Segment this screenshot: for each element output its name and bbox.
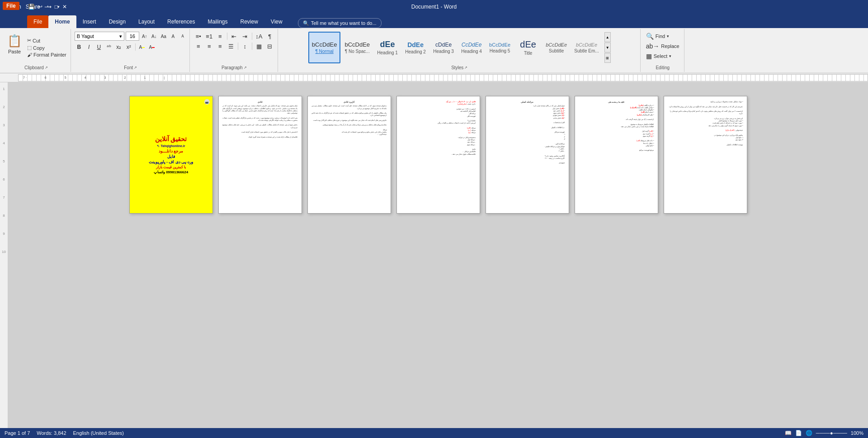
page-7[interactable]: • مواد تشکیل دهنده محصولات وزارتی و نتای… (664, 96, 747, 214)
font-size-dropdown[interactable]: 16 (126, 32, 139, 41)
status-bar: Page 1 of 7 Words: 3,842 English (United… (0, 428, 868, 438)
styles-expand-icon[interactable]: ↗ (464, 66, 467, 70)
paragraph-expand-icon[interactable]: ↗ (244, 66, 247, 70)
find-icon: 🔍 (646, 33, 654, 40)
style-subtitle[interactable]: bCcDdEe Subtitle (542, 32, 570, 63)
cut-button[interactable]: ✂ Cut (26, 37, 68, 44)
style-heading4[interactable]: CcDdEe Heading 4 (458, 32, 485, 63)
customize-quick-btn[interactable]: ▾ (54, 3, 62, 11)
divider (252, 43, 252, 50)
page-3[interactable]: کاربرد قادی محتوای صفحه سوم که در ادامه … (307, 96, 391, 214)
show-marks-btn[interactable]: ¶ (265, 32, 275, 41)
shading-btn[interactable]: ▦ (254, 42, 264, 51)
text-highlight-btn[interactable]: A▬ (137, 43, 146, 52)
multilevel-btn[interactable]: ≡ (215, 32, 225, 41)
font-size-increase-btn[interactable]: A↑ (141, 32, 149, 40)
style-heading5[interactable]: bCcDdEe Heading 5 (486, 32, 514, 63)
justify-btn[interactable]: ☰ (226, 42, 236, 51)
align-left-btn[interactable]: ≡ (193, 42, 203, 51)
font-expand-icon[interactable]: ↗ (134, 66, 137, 70)
tab-home[interactable]: Home (48, 15, 76, 28)
tell-me-box[interactable]: 🔍 Tell me what you want to do... (298, 18, 382, 28)
ad-subtitle: مرجع دانلـــود (159, 149, 184, 153)
file-button[interactable]: File (3, 2, 19, 10)
clipboard-group: 📋 Paste ✂ Cut ⬚ Copy 🖌 Format Painter (2, 29, 71, 72)
change-case-btn[interactable]: Aa (160, 32, 168, 40)
copy-button[interactable]: ⬚ Copy (26, 44, 68, 51)
style-heading3[interactable]: cDdEe Heading 3 (430, 32, 457, 63)
text-effects-btn[interactable]: A (169, 32, 177, 40)
tab-design[interactable]: Design (103, 15, 132, 28)
paste-icon: 📋 (7, 33, 22, 49)
decrease-indent-btn[interactable]: ⇤ (229, 32, 239, 41)
page-1-content: 📷 تحقیق آنلاین Tahqighonline.ir ↖ مرجع د… (130, 96, 212, 213)
language-indicator: English (United States) (73, 430, 124, 436)
tell-me-text: Tell me what you want to do... (311, 20, 377, 26)
line-spacing-btn[interactable]: ↕ (240, 42, 250, 51)
zoom-slider[interactable]: ────●──── (816, 430, 847, 436)
save-quick-btn[interactable]: 💾 (27, 3, 35, 11)
bullets-btn[interactable]: ≡• (193, 32, 203, 41)
page-2[interactable]: قادی تمام محتوی متن صفحه دوم که شامل متن… (218, 96, 302, 214)
page-1[interactable]: 📷 تحقیق آنلاین Tahqighonline.ir ↖ مرجع د… (129, 96, 213, 214)
clear-formatting-btn[interactable]: Ａ (179, 32, 187, 40)
editing-label: Editing (656, 65, 670, 70)
style-heading2[interactable]: DdEe Heading 2 (402, 32, 429, 63)
page-6[interactable]: تکلیف ها و مقدمه هایی • درباره تکلیف (مک… (575, 96, 658, 214)
ad-website: Tahqighonline.ir ↖ (157, 144, 185, 148)
divider (252, 33, 252, 40)
italic-button[interactable]: I (85, 43, 94, 52)
page-5[interactable]: مراحله اصلی عنوان اصلی متن که در بالای ص… (486, 96, 569, 214)
style-no-spacing[interactable]: bCcDdEe ¶ No Spac... (341, 32, 373, 63)
page-4[interactable]: قاد ی: ل- ب، ۴۰-۷۰ سال، ۱۰۰۰..... می آید… (396, 96, 480, 214)
redo-quick-btn[interactable]: ↪ (45, 3, 53, 11)
word-count: Words: 3,842 (37, 430, 66, 436)
styles-group: bCcDdEe ¶ Normal bCcDdEe ¶ No Spac... dE… (279, 29, 641, 72)
borders-btn[interactable]: ⊟ (265, 42, 275, 51)
tab-layout[interactable]: Layout (132, 15, 161, 28)
superscript-button[interactable]: x² (124, 43, 133, 52)
page-6-content: تکلیف ها و مقدمه هایی • درباره تکلیف (مک… (575, 96, 658, 213)
undo-quick-btn[interactable]: ↩ (36, 3, 44, 11)
select-button[interactable]: ▦ Select ▾ (644, 52, 674, 61)
tab-references[interactable]: References (161, 15, 201, 28)
tab-review[interactable]: Review (234, 15, 264, 28)
paragraph-group: ≡• ≡1 ≡ ⇤ ⇥ ↕A ¶ ≡ ≡ ≡ ☰ ↕ (191, 29, 278, 72)
style-normal[interactable]: bCcDdEe ¶ Normal (308, 32, 341, 63)
numbering-btn[interactable]: ≡1 (204, 32, 214, 41)
styles-scroll-up[interactable]: ▲ (604, 32, 611, 42)
styles-expand[interactable]: ⊞ (604, 53, 611, 63)
styles-scroll-down[interactable]: ▼ (604, 43, 611, 52)
close-btn[interactable]: ✕ (62, 4, 67, 10)
web-layout-btn[interactable]: 🌐 (806, 430, 812, 436)
increase-indent-btn[interactable]: ⇥ (240, 32, 250, 41)
tab-insert[interactable]: Insert (76, 15, 103, 28)
tab-file[interactable]: File (27, 15, 48, 28)
align-right-btn[interactable]: ≡ (215, 42, 225, 51)
cut-icon: ✂ (27, 38, 31, 43)
style-subtle-em[interactable]: bCcDdEe Subtle Em... (571, 32, 602, 63)
font-color-btn[interactable]: A▬ (147, 43, 156, 52)
tab-view[interactable]: View (264, 15, 289, 28)
underline-button[interactable]: U (94, 43, 104, 52)
find-button[interactable]: 🔍 Find ▾ (644, 32, 671, 41)
bold-button[interactable]: B (75, 43, 84, 52)
replace-button[interactable]: ab→ Replace (644, 42, 681, 51)
read-mode-btn[interactable]: 📖 (785, 430, 792, 436)
font-name-dropdown[interactable]: B Yagut ▾ (75, 32, 124, 41)
sort-btn[interactable]: ↕A (254, 32, 264, 41)
paste-button[interactable]: 📋 Paste (5, 32, 24, 63)
subscript-button[interactable]: x₂ (114, 43, 123, 52)
strikethrough-button[interactable]: ᵃᵇ (104, 43, 113, 52)
ad-tagline: با کمترین قیمت بازار (156, 165, 186, 169)
ad-formats: ورد-پی دی اف - پاورپوینت (149, 160, 193, 164)
font-size-decrease-btn[interactable]: A↓ (150, 32, 158, 40)
print-layout-btn[interactable]: 📄 (795, 430, 802, 436)
clipboard-expand-icon[interactable]: ↗ (45, 66, 48, 70)
style-title[interactable]: dЕе Title (514, 32, 542, 63)
format-painter-button[interactable]: 🖌 Format Painter (26, 52, 68, 58)
style-heading1[interactable]: dEe Heading 1 (374, 32, 401, 63)
tab-mailings[interactable]: Mailings (201, 15, 234, 28)
pages-container: 📷 تحقیق آنلاین Tahqighonline.ir ↖ مرجع د… (129, 96, 747, 214)
align-center-btn[interactable]: ≡ (204, 42, 214, 51)
